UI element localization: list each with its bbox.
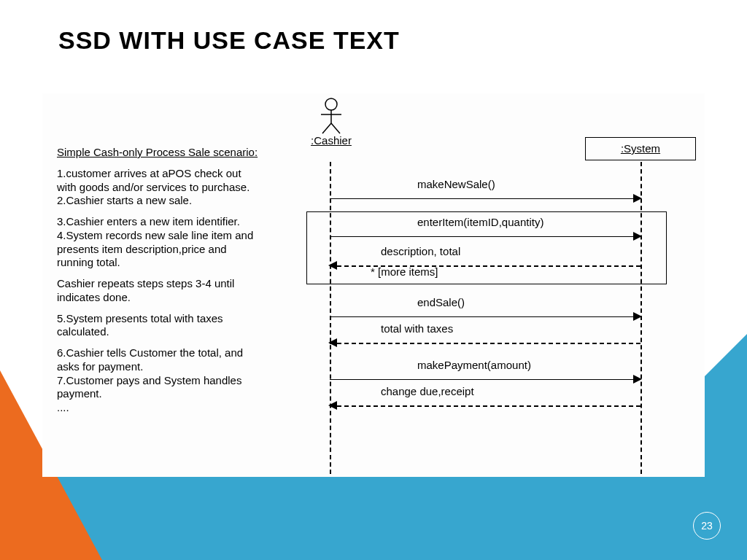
msg-make-new-sale: makeNewSale() — [330, 191, 640, 209]
arrowhead-left-icon — [328, 338, 337, 347]
diagram-panel: Simple Cash-only Process Sale scenario: … — [42, 93, 705, 477]
return-description-total: description, total — [330, 258, 640, 276]
arrow-line — [330, 236, 640, 237]
msg-label: endSale() — [417, 296, 465, 308]
usecase-step-5: 5.System presents total with taxes calcu… — [57, 312, 261, 340]
msg-make-payment: makePayment(amount) — [330, 372, 640, 389]
system-box: :System — [585, 137, 696, 160]
arrowhead-right-icon — [633, 375, 642, 384]
arrowhead-right-icon — [633, 194, 642, 203]
arrowhead-left-icon — [328, 261, 337, 270]
actor-label: :Cashier — [302, 134, 360, 147]
msg-end-sale: endSale() — [330, 309, 640, 327]
arrow-line — [330, 316, 640, 317]
arrow-line — [330, 379, 640, 380]
msg-label: description, total — [381, 245, 460, 257]
page-number-badge: 23 — [693, 512, 721, 540]
arrow-line — [330, 198, 640, 199]
return-total-taxes: total with taxes — [330, 335, 640, 353]
svg-line-3 — [322, 123, 331, 133]
system-label: :System — [621, 142, 660, 155]
return-change-receipt: change due,receipt — [330, 398, 640, 416]
msg-label: change due,receipt — [381, 385, 474, 397]
msg-label: makePayment(amount) — [417, 359, 531, 371]
svg-point-0 — [325, 98, 337, 110]
msg-label: total with taxes — [381, 322, 453, 335]
usecase-repeat: Cashier repeats steps steps 3-4 until in… — [57, 277, 261, 305]
msg-enter-item: enterItem(itemID,quantity) — [330, 229, 640, 246]
usecase-text: Simple Cash-only Process Sale scenario: … — [57, 146, 261, 415]
svg-line-4 — [331, 123, 340, 133]
arrowhead-right-icon — [633, 232, 642, 241]
page-number: 23 — [701, 520, 713, 532]
usecase-step-1-2: 1.customer arrives at aPOS check out wit… — [57, 167, 261, 208]
usecase-step-3-4: 3.Cashier enters a new item identifier. … — [57, 215, 261, 270]
decor-blue-band — [0, 472, 747, 560]
slide: SSD WITH USE CASE TEXT 23 Simple Cash-on… — [0, 0, 747, 560]
slide-title: SSD WITH USE CASE TEXT — [58, 26, 400, 55]
arrowhead-right-icon — [633, 312, 642, 321]
arrow-line-dashed — [330, 343, 640, 344]
actor-cashier: :Cashier — [302, 98, 360, 147]
arrow-line-dashed — [330, 265, 640, 267]
usecase-heading: Simple Cash-only Process Sale scenario: — [57, 146, 261, 160]
msg-label: makeNewSale() — [417, 178, 495, 190]
msg-label: enterItem(itemID,quantity) — [417, 216, 543, 228]
actor-icon — [317, 98, 346, 134]
arrowhead-left-icon — [328, 401, 337, 410]
arrow-line-dashed — [330, 405, 640, 407]
usecase-step-6-7: 6.Cashier tells Customer the total, and … — [57, 346, 261, 415]
